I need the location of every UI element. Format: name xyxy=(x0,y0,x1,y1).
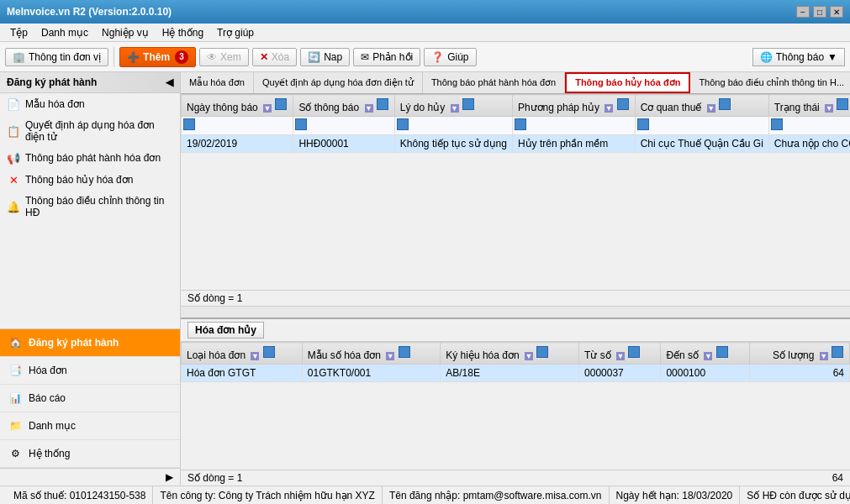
nav-bao-cao[interactable]: 📊 Báo cáo xyxy=(0,385,180,412)
filter-box-3[interactable] xyxy=(515,118,526,130)
giup-icon: ❓ xyxy=(431,51,444,63)
tab-phat-hanh[interactable]: Thông báo phát hành hóa đơn xyxy=(423,72,565,93)
sub-cell-mau-so-0: 01GTKT0/001 xyxy=(302,365,440,382)
sub-table-container: Loại hóa đơn ▼ Mẫu số hóa đơn ▼ Ký hiệu … xyxy=(181,342,850,470)
cell-phuong-phap-0: Hủy trên phần mềm xyxy=(512,135,635,153)
tab-bar: Mẫu hóa đơn Quyết định áp dụng hóa đơn đ… xyxy=(181,72,850,94)
menu-trogiu[interactable]: Trợ giúp xyxy=(210,25,261,40)
menu-hethong[interactable]: Hệ thống xyxy=(156,25,210,40)
filter-icon-3[interactable]: ▼ xyxy=(605,104,613,113)
main-scrollbar[interactable] xyxy=(181,306,850,318)
sub-col-tu-so: Từ số ▼ xyxy=(579,343,661,365)
main-table-row-0[interactable]: 19/02/2019 HHĐ00001 Không tiếp tục sử dụ… xyxy=(182,135,851,153)
cell-so-0: HHĐ00001 xyxy=(293,135,394,153)
filter-icon-4[interactable]: ▼ xyxy=(707,104,715,113)
nav-danh-muc[interactable]: 📁 Danh mục xyxy=(0,412,180,440)
minimize-button[interactable]: − xyxy=(796,6,810,18)
sub-table-row-0[interactable]: Hóa đơn GTGT 01GTKT0/001 AB/18E 0000037 … xyxy=(182,365,850,382)
thong-tin-icon: 🏢 xyxy=(13,51,25,63)
sidebar: Đăng ký phát hành ◀ 📄 Mẫu hóa đơn 📋 Quyế… xyxy=(0,72,181,486)
filter-box-2[interactable] xyxy=(397,118,409,130)
main-table: Ngày thông báo ▼ Số thông báo ▼ Lý do hủ… xyxy=(181,94,850,153)
sub-filter-1[interactable]: ▼ xyxy=(386,352,394,360)
filter-box-5[interactable] xyxy=(771,118,783,130)
sub-action-4[interactable] xyxy=(716,346,728,358)
sidebar-item-mau-hoa-don[interactable]: 📄 Mẫu hóa đơn xyxy=(0,93,180,115)
dang-ky-icon: 🏠 xyxy=(7,334,24,351)
col-action-4[interactable] xyxy=(719,98,731,110)
sub-cell-den-so-0: 0000100 xyxy=(661,365,750,382)
sub-section-header: Hóa đơn hủy xyxy=(181,319,850,342)
sub-action-5[interactable] xyxy=(832,346,843,358)
sidebar-item-thong-bao-phat-hanh[interactable]: 📢 Thông báo phát hành hóa đơn xyxy=(0,147,180,169)
nav-hoa-don[interactable]: 📑 Hóa đơn xyxy=(0,357,180,385)
menu-nghiepvu[interactable]: Nghiệp vụ xyxy=(95,25,156,40)
sub-action-0[interactable] xyxy=(263,346,275,358)
col-action-2[interactable] xyxy=(462,98,474,110)
tab-dieu-chinh[interactable]: Thông báo điều chỉnh thông tin H... xyxy=(690,72,850,93)
filter-icon-1[interactable]: ▼ xyxy=(365,104,373,113)
sub-filter-0[interactable]: ▼ xyxy=(251,352,259,360)
sub-filter-2[interactable]: ▼ xyxy=(525,352,533,360)
filter-icon-5[interactable]: ▼ xyxy=(825,104,833,113)
sub-filter-5[interactable]: ▼ xyxy=(820,352,828,360)
phat-hanh-icon: 📢 xyxy=(7,151,20,165)
col-action-0[interactable] xyxy=(275,98,287,110)
them-icon: ➕ xyxy=(127,51,140,63)
menu-danhmuc[interactable]: Danh mục xyxy=(34,25,95,40)
tab-mau-hoa-don[interactable]: Mẫu hóa đơn xyxy=(181,72,254,93)
col-action-3[interactable] xyxy=(617,98,629,110)
sub-action-3[interactable] xyxy=(628,346,640,358)
filter-box-0[interactable] xyxy=(183,118,195,130)
window-controls: − □ ✕ xyxy=(796,6,843,18)
sidebar-item-quyet-dinh[interactable]: 📋 Quyết định áp dụng hóa đơn điện tử xyxy=(0,115,180,147)
sub-filter-3[interactable]: ▼ xyxy=(616,352,625,360)
nap-icon: 🔄 xyxy=(308,51,320,63)
xem-button[interactable]: 👁 Xem xyxy=(199,48,249,66)
cell-ngay-0: 19/02/2019 xyxy=(182,135,293,153)
maximize-button[interactable]: □ xyxy=(813,6,826,18)
xoa-button[interactable]: ✕ Xóa xyxy=(252,48,297,66)
close-button[interactable]: ✕ xyxy=(830,6,843,18)
title-bar: MeInvoice.vn R2 (Version:2.0.0.10) − □ ✕ xyxy=(0,0,850,24)
filter-box-1[interactable] xyxy=(295,118,307,130)
tab-quyet-dinh[interactable]: Quyết định áp dụng hóa đơn điện tử xyxy=(254,72,423,93)
sub-filter-4[interactable]: ▼ xyxy=(704,352,712,360)
tab-huy-hoa-don[interactable]: Thông báo hủy hóa đơn xyxy=(565,72,690,93)
sidebar-item-thong-bao-huy[interactable]: ✕ Thông báo hủy hóa đơn xyxy=(0,169,180,191)
nav-dang-ky-phat-hanh[interactable]: 🏠 Đăng ký phát hành xyxy=(0,329,180,357)
sub-table-row-count: Số dòng = 1 64 xyxy=(181,470,850,486)
sub-cell-ky-hieu-0: AB/18E xyxy=(441,365,579,382)
xem-icon: 👁 xyxy=(207,51,217,63)
thong-bao-button[interactable]: 🌐 Thông báo ▼ xyxy=(752,48,845,66)
danh-muc-icon: 📁 xyxy=(7,417,24,434)
filter-icon-0[interactable]: ▼ xyxy=(263,104,272,113)
them-button[interactable]: ➕ Thêm 3 xyxy=(119,47,196,67)
col-ly-do-huy: Lý do hủy ▼ xyxy=(394,95,512,117)
sub-section: Hóa đơn hủy Loại hóa đơn ▼ Mẫu số hóa đơ… xyxy=(181,318,850,486)
menu-bar: Tệp Danh mục Nghiệp vụ Hệ thống Trợ giúp xyxy=(0,24,850,42)
phan-hoi-button[interactable]: ✉ Phản hồi xyxy=(353,48,420,66)
nap-button[interactable]: 🔄 Nap xyxy=(300,48,350,66)
app-title: MeInvoice.vn R2 (Version:2.0.0.10) xyxy=(7,6,172,18)
menu-tep[interactable]: Tệp xyxy=(3,25,34,40)
nav-modules: 🏠 Đăng ký phát hành 📑 Hóa đơn 📊 Báo cáo … xyxy=(0,328,180,486)
col-action-1[interactable] xyxy=(377,98,388,110)
sub-action-2[interactable] xyxy=(536,346,548,358)
nav-expand[interactable]: ▶ xyxy=(0,468,180,486)
sidebar-collapse-icon[interactable]: ◀ xyxy=(166,76,173,88)
sub-table: Loại hóa đơn ▼ Mẫu số hóa đơn ▼ Ký hiệu … xyxy=(181,342,850,382)
thong-tin-don-vi-button[interactable]: 🏢 Thông tin đơn vị xyxy=(5,48,108,66)
nav-he-thong[interactable]: ⚙ Hệ thống xyxy=(0,440,180,468)
col-action-5[interactable] xyxy=(837,98,848,110)
sub-action-1[interactable] xyxy=(399,346,410,358)
toolbar: 🏢 Thông tin đơn vị ➕ Thêm 3 👁 Xem ✕ Xóa … xyxy=(0,42,850,72)
filter-box-4[interactable] xyxy=(637,118,649,130)
giup-button[interactable]: ❓ Giúp xyxy=(424,48,476,66)
sidebar-item-thong-bao-dieu-chinh[interactable]: 🔔 Thông báo điều chỉnh thông tin HĐ xyxy=(0,191,180,223)
col-co-quan-thue: Cơ quan thuế ▼ xyxy=(635,95,768,117)
expand-icon: ▶ xyxy=(166,471,173,483)
cell-ly-do-0: Không tiếp tục sử dụng xyxy=(394,135,512,153)
sub-col-den-so: Đến số ▼ xyxy=(661,343,750,365)
filter-icon-2[interactable]: ▼ xyxy=(451,104,459,113)
